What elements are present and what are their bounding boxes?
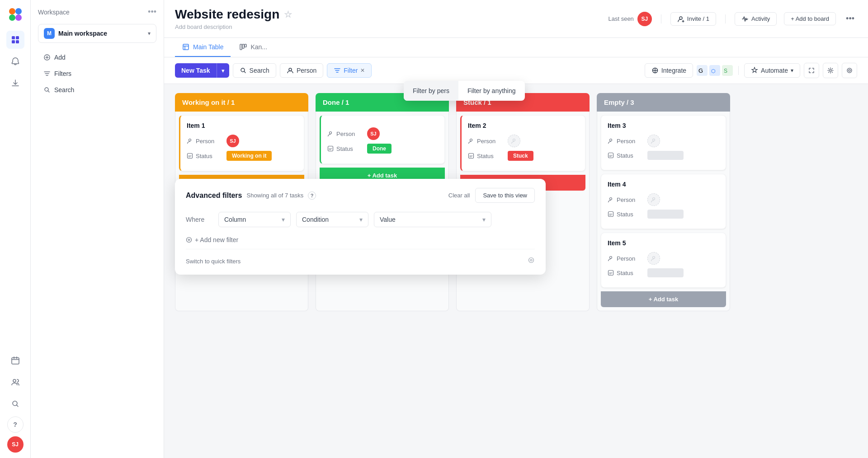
toolbar: New Task ▾ Search Person Filter ✕ Integr…	[164, 57, 868, 84]
task-field-person-item5: Person	[608, 252, 719, 265]
tab-kanban[interactable]: Kan...	[232, 38, 274, 57]
task-card-stuck: Item 2 Person	[460, 115, 585, 171]
filter-button[interactable]: Filter ✕	[327, 63, 372, 78]
value-select[interactable]: Value ▾	[374, 212, 491, 227]
top-header: Website redesign ☆ Add board description…	[164, 0, 868, 38]
clear-all-button[interactable]: Clear all	[448, 192, 470, 199]
column-select[interactable]: Column ▾	[218, 212, 291, 227]
filter-where-label: Where	[186, 216, 213, 223]
person-button[interactable]: Person	[280, 63, 323, 78]
board-subtitle[interactable]: Add board description	[175, 23, 292, 30]
grid-icon[interactable]	[6, 31, 24, 49]
google-icon[interactable]: G	[697, 65, 708, 76]
filter-actions: Clear all Save to this view	[448, 188, 535, 203]
svg-rect-6	[12, 40, 15, 43]
filter-footer: Switch to quick filters	[186, 249, 535, 266]
bell-icon[interactable]	[6, 52, 24, 70]
filter-help-icon[interactable]: ?	[308, 192, 316, 200]
automate-button[interactable]: Automate ▾	[744, 63, 800, 78]
nav-filters[interactable]: Filters	[38, 66, 156, 81]
help-icon[interactable]: ?	[7, 416, 24, 433]
task-title-item4: Item 4	[608, 181, 719, 188]
fullscreen-icon[interactable]	[804, 63, 819, 78]
people-icon[interactable]	[6, 373, 24, 391]
filter-showing: Showing all of 7 tasks	[246, 192, 303, 199]
save-to-view-button[interactable]: Save to this view	[475, 188, 535, 203]
filter-by-anything-option[interactable]: Filter by anything	[458, 81, 525, 101]
svg-rect-4	[12, 36, 15, 39]
search-icon-sidebar[interactable]	[6, 395, 24, 413]
svg-rect-8	[12, 358, 19, 364]
task-field-person: Person SJ	[187, 135, 297, 147]
filter-title: Advanced filters Showing all of 7 tasks …	[186, 192, 316, 200]
task-card-item3: Item 3 Person	[601, 115, 726, 170]
integrate-button[interactable]: Integrate	[645, 63, 693, 78]
svg-text:G: G	[698, 67, 703, 74]
integrate-icons: G ⬡ S	[697, 65, 733, 76]
workspace-selector[interactable]: M Main workspace ▾	[38, 24, 156, 43]
advanced-filters-panel: Advanced filters Showing all of 7 tasks …	[175, 179, 546, 275]
task-title-stuck: Item 2	[468, 122, 579, 129]
svg-text:S: S	[724, 68, 727, 74]
person-avatar-done: SJ	[367, 127, 380, 140]
user-avatar[interactable]: SJ	[7, 436, 24, 453]
filter-settings-icon[interactable]	[528, 257, 535, 266]
add-task-btn-empty[interactable]: + Add task	[601, 291, 726, 307]
task-title-item5: Item 5	[608, 239, 719, 247]
sheets-icon[interactable]: S	[722, 65, 733, 76]
workspace-name: Main workspace	[58, 30, 144, 37]
add-filter-button[interactable]: + Add new filter	[186, 234, 535, 245]
person-avatar-item3	[647, 135, 660, 147]
task-field-status-item4: Status	[608, 210, 719, 219]
condition-select[interactable]: Condition ▾	[296, 212, 368, 227]
dropbox-icon[interactable]: ⬡	[709, 65, 720, 76]
column-body-empty: Item 3 Person	[597, 112, 730, 311]
app-logo[interactable]	[6, 5, 24, 23]
task-field-person-item4: Person	[608, 193, 719, 206]
nav-search[interactable]: Search	[38, 83, 156, 97]
filter-by-person-option[interactable]: Filter by pers	[404, 81, 458, 101]
invite-button[interactable]: Invite / 1	[670, 12, 716, 26]
column-empty: Empty / 3 Item 3 Person	[597, 93, 730, 311]
filter-close-icon[interactable]: ✕	[360, 67, 365, 74]
activity-button[interactable]: Activity	[735, 12, 777, 26]
svg-point-31	[470, 139, 472, 141]
add-board-button[interactable]: + Add to board	[784, 12, 836, 25]
tab-main-table[interactable]: Main Table	[175, 38, 231, 57]
switch-filters-button[interactable]: Switch to quick filters	[186, 258, 241, 265]
new-task-dropdown[interactable]: ▾	[217, 63, 229, 78]
filter-tooltip: Filter by pers Filter by anything	[404, 81, 525, 101]
task-card: Item 1 Person SJ Status	[179, 115, 304, 171]
calendar-icon[interactable]	[6, 351, 24, 369]
task-card-item4: Item 4 Person	[601, 174, 726, 229]
svg-point-45	[530, 259, 532, 261]
nav-search-label: Search	[54, 86, 74, 93]
nav-add-label: Add	[54, 54, 66, 61]
task-field-person-item3: Person	[608, 135, 719, 147]
integrate-section: Integrate G ⬡ S	[645, 63, 733, 78]
task-title: Item 1	[187, 122, 297, 129]
header-actions: Last seen SJ Invite / 1 Activity + Add t…	[608, 11, 857, 26]
search-button[interactable]: Search	[233, 63, 276, 78]
filter-row: Where Column ▾ Condition ▾ Value ▾	[186, 212, 535, 227]
svg-point-2	[9, 14, 15, 21]
svg-rect-16	[242, 44, 244, 48]
svg-point-13	[679, 17, 682, 19]
status-badge: Working on it	[226, 151, 272, 161]
favorite-icon[interactable]: ☆	[284, 9, 292, 20]
download-icon[interactable]	[6, 74, 24, 92]
new-task-button[interactable]: New Task	[175, 63, 217, 78]
board-title-section: Website redesign ☆ Add board description	[175, 7, 292, 30]
nav-add[interactable]: Add	[38, 50, 156, 65]
settings-icon[interactable]	[823, 63, 838, 78]
svg-point-26	[849, 70, 850, 71]
view-options-icon[interactable]	[842, 63, 857, 78]
workspace-dots[interactable]: •••	[148, 7, 156, 17]
svg-point-1	[15, 8, 22, 14]
svg-point-41	[653, 257, 655, 259]
column-select-chevron: ▾	[282, 216, 285, 223]
svg-rect-17	[245, 44, 246, 47]
chevron-down-icon: ▾	[148, 30, 151, 37]
nav-filters-label: Filters	[54, 70, 71, 77]
header-dots-button[interactable]: •••	[843, 11, 857, 26]
